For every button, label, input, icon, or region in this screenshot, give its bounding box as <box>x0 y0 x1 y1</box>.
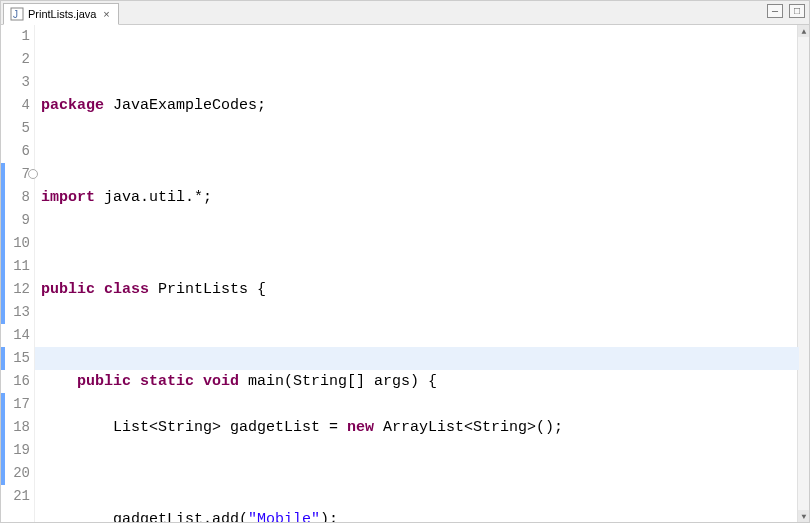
change-marker <box>1 347 5 370</box>
keyword: public <box>77 373 131 390</box>
code-text <box>194 373 203 390</box>
editor-area: 1 2 3 4 5 6 7 8 9 10 11 12 13 14 15 16 1… <box>1 25 809 522</box>
line-number: 10 <box>1 232 30 255</box>
code-text: JavaExampleCodes; <box>104 97 266 114</box>
line-number: 15 <box>1 347 30 370</box>
line-number: 8 <box>1 186 30 209</box>
line-number: 14 <box>1 324 30 347</box>
string-literal: "Mobile" <box>248 511 320 522</box>
line-number: 17 <box>1 393 30 416</box>
line-number: 21 <box>1 485 30 508</box>
maximize-button[interactable]: □ <box>789 4 805 18</box>
line-number: 1 <box>1 25 30 48</box>
change-marker <box>1 393 5 485</box>
code-text <box>131 373 140 390</box>
tab-bar: J PrintLists.java × — □ <box>1 1 809 25</box>
line-number: 11 <box>1 255 30 278</box>
line-number: 20 <box>1 462 30 485</box>
code-text: java.util.*; <box>95 189 212 206</box>
tab-close-icon[interactable]: × <box>100 8 112 20</box>
line-number: 6 <box>1 140 30 163</box>
window-controls: — □ <box>767 4 805 18</box>
scroll-up-icon[interactable]: ▲ <box>798 25 810 37</box>
change-marker <box>1 163 5 324</box>
java-file-icon: J <box>10 7 24 21</box>
keyword: public <box>41 281 95 298</box>
line-number: 12 <box>1 278 30 301</box>
fold-toggle-icon[interactable] <box>28 169 38 179</box>
line-number-gutter: 1 2 3 4 5 6 7 8 9 10 11 12 13 14 15 16 1… <box>1 25 35 522</box>
code-text: main(String[] args) { <box>239 373 437 390</box>
line-number: 9 <box>1 209 30 232</box>
svg-text:J: J <box>13 9 18 20</box>
keyword: import <box>41 189 95 206</box>
keyword: new <box>347 419 374 436</box>
line-number: 16 <box>1 370 30 393</box>
tab-filename: PrintLists.java <box>28 8 96 20</box>
code-text: List<String> gadgetList = <box>41 419 347 436</box>
line-number: 18 <box>1 416 30 439</box>
keyword: class <box>104 281 149 298</box>
line-number: 3 <box>1 71 30 94</box>
line-number: 13 <box>1 301 30 324</box>
code-text <box>41 373 77 390</box>
keyword: package <box>41 97 104 114</box>
line-number: 7 <box>1 163 30 186</box>
code-text: ); <box>320 511 338 522</box>
line-number: 2 <box>1 48 30 71</box>
code-text: PrintLists { <box>149 281 266 298</box>
line-number: 5 <box>1 117 30 140</box>
editor-tab[interactable]: J PrintLists.java × <box>3 3 119 25</box>
code-editor[interactable]: package JavaExampleCodes; import java.ut… <box>35 25 809 522</box>
minimize-button[interactable]: — <box>767 4 783 18</box>
code-text: gadgetList.add( <box>41 511 248 522</box>
code-text: ArrayList<String>(); <box>374 419 563 436</box>
line-number: 4 <box>1 94 30 117</box>
keyword: static <box>140 373 194 390</box>
keyword: void <box>203 373 239 390</box>
code-text <box>95 281 104 298</box>
line-number: 19 <box>1 439 30 462</box>
